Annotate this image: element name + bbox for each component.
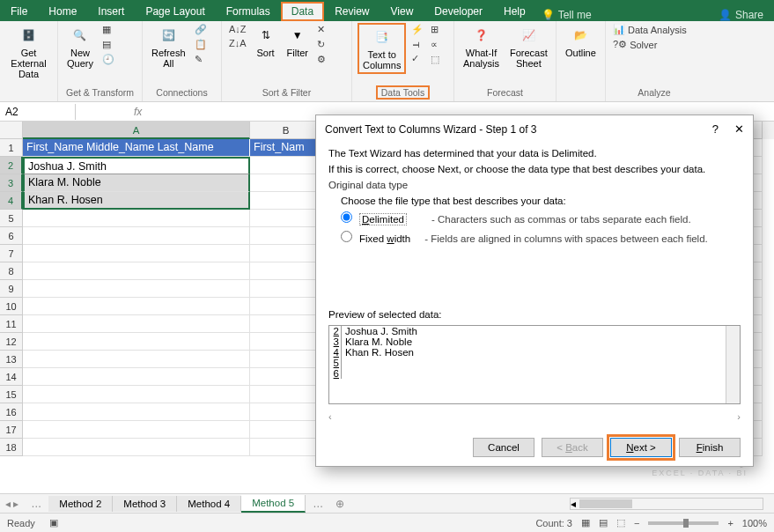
tab-review[interactable]: Review	[324, 2, 380, 21]
dialog-close-button[interactable]: ✕	[734, 122, 744, 136]
cancel-button[interactable]: Cancel	[473, 438, 534, 457]
cell-b1[interactable]: First_Nam	[250, 139, 322, 157]
fixed-width-label[interactable]: Fixed width	[359, 233, 410, 244]
flash-fill-button[interactable]: ⚡	[409, 23, 425, 36]
name-box[interactable]: A2	[0, 104, 76, 120]
zoom-in-button[interactable]: +	[727, 518, 733, 528]
row-header[interactable]: 2	[0, 157, 23, 174]
sheet-tab-method2[interactable]: Method 2	[48, 496, 113, 512]
cell-a3[interactable]: Klara M. Noble	[23, 174, 250, 192]
fixed-width-radio[interactable]	[341, 231, 352, 242]
delimited-radio[interactable]	[341, 211, 352, 223]
row-header[interactable]: 16	[0, 403, 23, 421]
tab-help[interactable]: Help	[493, 2, 536, 21]
whatif-button[interactable]: ❓ What-If Analysis	[460, 23, 503, 70]
tell-me[interactable]: 💡 Tell me	[542, 9, 592, 21]
status-recorder-icon[interactable]: ▣	[49, 517, 58, 528]
row-header[interactable]: 11	[0, 315, 23, 333]
row-header[interactable]: 18	[0, 439, 23, 456]
sort-desc-button[interactable]: Z↓A	[227, 37, 248, 49]
preview-scrollbar[interactable]	[726, 326, 740, 403]
forecast-button[interactable]: 📈 Forecast Sheet	[506, 23, 551, 70]
text-to-columns-button[interactable]: 📑 Text to Columns	[358, 23, 406, 74]
cell-a4[interactable]: Khan R. Hosen	[23, 192, 250, 210]
horizontal-scrollbar[interactable]: ◂	[570, 498, 763, 510]
select-all-corner[interactable]	[0, 122, 23, 139]
cell[interactable]	[250, 174, 322, 192]
col-header-b[interactable]: B	[250, 122, 322, 139]
sheet-tab-method3[interactable]: Method 3	[113, 496, 177, 512]
sheet-nav[interactable]: ◂ ▸	[0, 498, 24, 510]
dialog-titlebar[interactable]: Convert Text to Columns Wizard - Step 1 …	[316, 115, 753, 143]
connections-button[interactable]: 🔗	[193, 23, 209, 36]
cell-a2[interactable]: Joshua J. Smith	[23, 157, 250, 174]
properties-button[interactable]: 📋	[193, 38, 209, 51]
share-button[interactable]: 👤 Share	[719, 9, 774, 21]
row-header[interactable]: 15	[0, 386, 23, 403]
cell[interactable]	[250, 157, 322, 174]
tab-page-layout[interactable]: Page Layout	[135, 2, 215, 21]
row-header[interactable]: 4	[0, 192, 23, 210]
dialog-help-button[interactable]: ?	[712, 122, 719, 136]
filter-button[interactable]: ▼ Filter	[284, 23, 312, 60]
finish-button[interactable]: Finish	[679, 438, 741, 457]
view-pagebreak-icon[interactable]: ⬚	[616, 517, 625, 528]
clear-filter-button[interactable]: ✕	[315, 23, 328, 36]
outline-button[interactable]: 📂 Outline	[562, 23, 600, 60]
consolidate-button[interactable]: ⊞	[429, 23, 441, 36]
row-header[interactable]: 3	[0, 174, 23, 192]
zoom-out-button[interactable]: −	[634, 518, 639, 528]
add-sheet-button[interactable]: ⊕	[330, 498, 350, 510]
tab-home[interactable]: Home	[38, 2, 87, 21]
solver-button[interactable]: ?⚙Solver	[611, 38, 689, 51]
next-button[interactable]: Next >	[610, 438, 672, 457]
row-header[interactable]: 10	[0, 298, 23, 315]
sheet-tab-method5[interactable]: Method 5	[241, 495, 306, 513]
tab-developer[interactable]: Developer	[424, 2, 493, 21]
data-validation-button[interactable]: ✓	[409, 52, 425, 65]
preview-scroll-right[interactable]: ›	[737, 411, 741, 422]
formula-input[interactable]	[147, 110, 774, 114]
tab-insert[interactable]: Insert	[87, 2, 135, 21]
row-header[interactable]: 1	[0, 139, 23, 157]
row-header[interactable]: 5	[0, 210, 23, 227]
advanced-button[interactable]: ⚙	[315, 53, 328, 66]
fx-icon[interactable]: fx	[129, 106, 147, 118]
from-table-button[interactable]: ▤	[100, 38, 116, 51]
sort-button[interactable]: ⇅ Sort	[252, 23, 280, 60]
tab-file[interactable]: File	[0, 2, 38, 21]
row-header[interactable]: 7	[0, 245, 23, 262]
new-query-button[interactable]: 🔍 New Query	[63, 23, 97, 70]
view-normal-icon[interactable]: ▦	[581, 517, 590, 528]
tab-formulas[interactable]: Formulas	[216, 2, 281, 21]
scroll-left-icon[interactable]: ◂	[571, 498, 576, 510]
row-header[interactable]: 14	[0, 368, 23, 386]
tab-view[interactable]: View	[380, 2, 424, 21]
row-header[interactable]: 13	[0, 351, 23, 368]
row-header[interactable]: 6	[0, 227, 23, 245]
show-queries-button[interactable]: ▦	[100, 23, 116, 36]
view-layout-icon[interactable]: ▤	[599, 517, 608, 528]
zoom-level[interactable]: 100%	[742, 518, 767, 528]
sort-asc-button[interactable]: A↓Z	[227, 23, 248, 35]
get-external-data-button[interactable]: 🗄️ Get External Data	[5, 23, 52, 81]
tab-data[interactable]: Data	[281, 2, 324, 21]
sheet-tab-method4[interactable]: Method 4	[177, 496, 241, 512]
relationships-button[interactable]: ∝	[429, 38, 441, 51]
edit-links-button[interactable]: ✎	[193, 53, 209, 66]
row-header[interactable]: 9	[0, 280, 23, 298]
scroll-thumb[interactable]	[579, 499, 632, 508]
col-header-a[interactable]: A	[23, 122, 250, 139]
remove-dupes-button[interactable]: ⫤	[409, 38, 425, 50]
zoom-slider[interactable]	[648, 521, 719, 525]
data-model-button[interactable]: ⬚	[429, 53, 441, 66]
row-header[interactable]: 8	[0, 262, 23, 280]
back-button[interactable]: < Back	[542, 438, 603, 457]
row-header[interactable]: 17	[0, 421, 23, 439]
refresh-all-button[interactable]: 🔄 Refresh All	[148, 23, 189, 70]
reapply-button[interactable]: ↻	[315, 38, 328, 51]
recent-sources-button[interactable]: 🕘	[100, 53, 116, 66]
cell[interactable]	[250, 192, 322, 210]
delimited-label[interactable]: Delimited	[359, 213, 407, 225]
preview-scroll-left[interactable]: ‹	[328, 411, 332, 422]
